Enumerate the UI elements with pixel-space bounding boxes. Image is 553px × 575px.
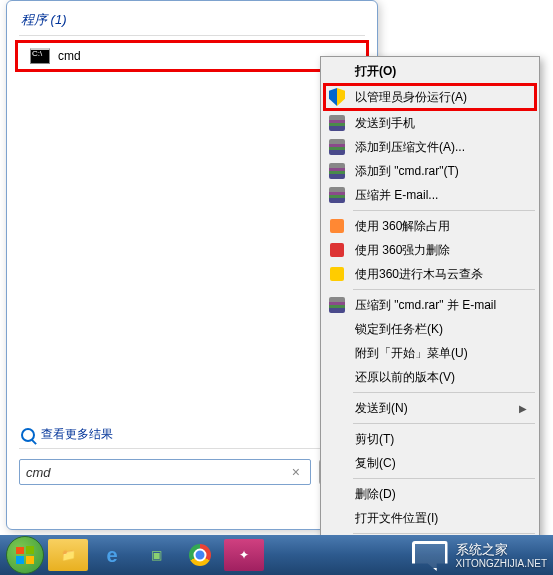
blank-icon — [327, 430, 347, 448]
menu-item-label: 锁定到任务栏(K) — [355, 321, 443, 338]
taskbar-chrome-icon[interactable] — [180, 539, 220, 571]
svg-rect-0 — [16, 547, 24, 554]
menu-item-16[interactable]: 发送到(N)▶ — [323, 396, 537, 420]
menu-item-13[interactable]: 附到「开始」菜单(U) — [323, 341, 537, 365]
search-icon — [21, 428, 35, 442]
menu-item-label: 添加到 "cmd.rar"(T) — [355, 163, 459, 180]
archive-icon — [327, 186, 347, 204]
svg-rect-3 — [26, 556, 34, 564]
menu-item-label: 使用 360强力删除 — [355, 242, 450, 259]
menu-item-5[interactable]: 压缩并 E-mail... — [323, 183, 537, 207]
menu-item-11[interactable]: 压缩到 "cmd.rar" 并 E-mail — [323, 293, 537, 317]
svg-rect-2 — [16, 556, 24, 564]
menu-item-8[interactable]: 使用 360强力删除 — [323, 238, 537, 262]
menu-separator — [353, 423, 535, 424]
archive-icon — [327, 138, 347, 156]
menu-item-label: 添加到压缩文件(A)... — [355, 139, 465, 156]
blank-icon — [327, 485, 347, 503]
programs-header: 程序 (1) — [7, 1, 377, 35]
menu-separator — [353, 289, 535, 290]
search-result-cmd[interactable]: cmd — [15, 40, 369, 72]
menu-item-18[interactable]: 剪切(T) — [323, 427, 537, 451]
menu-item-0[interactable]: 打开(O) — [323, 59, 537, 83]
menu-item-label: 附到「开始」菜单(U) — [355, 345, 468, 362]
archive-icon — [327, 162, 347, 180]
menu-item-1[interactable]: 以管理员身份运行(A) — [323, 83, 537, 111]
menu-item-label: 使用 360解除占用 — [355, 218, 450, 235]
archive-icon — [327, 114, 347, 132]
menu-item-2[interactable]: 发送到手机 — [323, 111, 537, 135]
menu-item-7[interactable]: 使用 360解除占用 — [323, 214, 537, 238]
menu-item-label: 打开文件位置(I) — [355, 510, 438, 527]
menu-item-label: 压缩到 "cmd.rar" 并 E-mail — [355, 297, 496, 314]
blank-icon — [327, 344, 347, 362]
blank-icon — [327, 399, 347, 417]
blank-icon — [327, 368, 347, 386]
menu-item-label: 复制(C) — [355, 455, 396, 472]
shield-icon — [327, 88, 347, 106]
menu-item-label: 使用360进行木马云查杀 — [355, 266, 483, 283]
archive-icon — [327, 296, 347, 314]
blank-icon — [327, 62, 347, 80]
divider — [19, 35, 365, 36]
blank-icon — [327, 509, 347, 527]
search-box[interactable]: × — [19, 459, 311, 485]
menu-item-22[interactable]: 打开文件位置(I) — [323, 506, 537, 530]
taskbar-app-icon[interactable]: ✦ — [224, 539, 264, 571]
clear-search-icon[interactable]: × — [288, 464, 304, 480]
menu-item-12[interactable]: 锁定到任务栏(K) — [323, 317, 537, 341]
menu-item-14[interactable]: 还原以前的版本(V) — [323, 365, 537, 389]
menu-item-21[interactable]: 删除(D) — [323, 482, 537, 506]
360-icon — [327, 241, 347, 259]
more-results-label: 查看更多结果 — [41, 426, 113, 443]
360-icon — [327, 265, 347, 283]
start-button[interactable] — [6, 536, 44, 574]
more-results-link[interactable]: 查看更多结果 — [21, 426, 113, 443]
menu-item-4[interactable]: 添加到 "cmd.rar"(T) — [323, 159, 537, 183]
context-menu: 打开(O)以管理员身份运行(A)发送到手机添加到压缩文件(A)...添加到 "c… — [320, 56, 540, 564]
blank-icon — [327, 454, 347, 472]
result-label: cmd — [58, 49, 81, 63]
menu-item-label: 还原以前的版本(V) — [355, 369, 455, 386]
menu-item-label: 发送到手机 — [355, 115, 415, 132]
menu-separator — [353, 533, 535, 534]
menu-item-label: 打开(O) — [355, 63, 396, 80]
svg-rect-1 — [26, 546, 34, 554]
watermark-url: XITONGZHIJIA.NET — [456, 558, 548, 569]
menu-item-label: 剪切(T) — [355, 431, 394, 448]
watermark-title: 系统之家 — [456, 543, 548, 557]
menu-item-3[interactable]: 添加到压缩文件(A)... — [323, 135, 537, 159]
menu-item-label: 以管理员身份运行(A) — [355, 89, 467, 106]
taskbar-explorer-icon[interactable]: 📁 — [48, 539, 88, 571]
watermark: 系统之家 XITONGZHIJIA.NET — [412, 541, 548, 571]
menu-item-19[interactable]: 复制(C) — [323, 451, 537, 475]
menu-separator — [353, 478, 535, 479]
menu-separator — [353, 210, 535, 211]
360-icon — [327, 217, 347, 235]
menu-item-label: 发送到(N) — [355, 400, 408, 417]
start-bottom-bar: × 关机 — [19, 448, 365, 485]
menu-separator — [353, 392, 535, 393]
menu-item-9[interactable]: 使用360进行木马云查杀 — [323, 262, 537, 286]
menu-item-label: 压缩并 E-mail... — [355, 187, 438, 204]
taskbar-manager-icon[interactable]: ▣ — [136, 539, 176, 571]
submenu-arrow-icon: ▶ — [519, 403, 527, 414]
cmd-icon — [30, 48, 50, 64]
menu-item-label: 删除(D) — [355, 486, 396, 503]
blank-icon — [327, 320, 347, 338]
search-input[interactable] — [26, 465, 288, 480]
taskbar-ie-icon[interactable]: e — [92, 539, 132, 571]
watermark-logo-icon — [412, 541, 448, 571]
